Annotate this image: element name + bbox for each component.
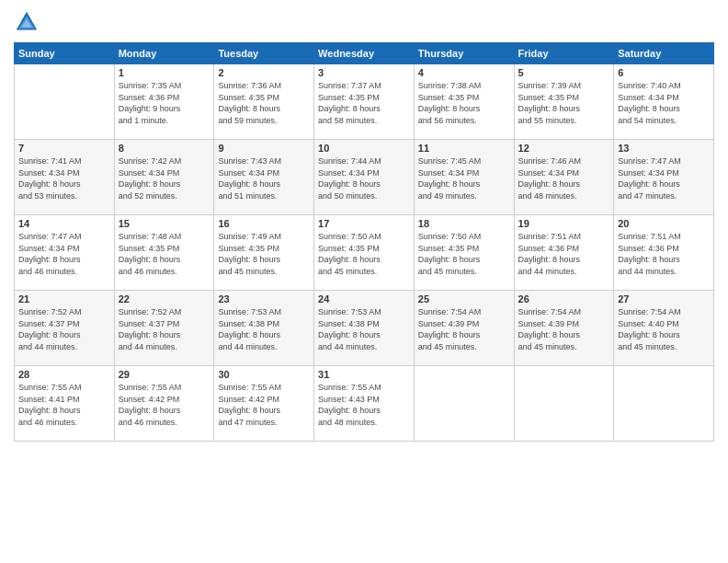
day-number: 11 [418,143,510,154]
day-detail: Sunrise: 7:47 AM Sunset: 4:34 PM Dayligh… [18,231,110,277]
header [14,9,714,35]
calendar-cell-w3-d2: 15Sunrise: 7:48 AM Sunset: 4:35 PM Dayli… [114,215,214,291]
day-number: 18 [418,218,510,229]
day-detail: Sunrise: 7:54 AM Sunset: 4:40 PM Dayligh… [618,306,710,352]
day-number: 24 [318,293,410,304]
day-number: 29 [119,369,210,380]
day-detail: Sunrise: 7:52 AM Sunset: 4:37 PM Dayligh… [18,306,110,352]
day-detail: Sunrise: 7:35 AM Sunset: 4:36 PM Dayligh… [119,80,210,126]
day-number: 12 [518,143,610,154]
day-detail: Sunrise: 7:52 AM Sunset: 4:37 PM Dayligh… [119,306,210,352]
day-detail: Sunrise: 7:51 AM Sunset: 4:36 PM Dayligh… [518,231,610,277]
calendar-cell-w2-d3: 9Sunrise: 7:43 AM Sunset: 4:34 PM Daylig… [214,140,314,215]
week-row-1: 1Sunrise: 7:35 AM Sunset: 4:36 PM Daylig… [15,64,714,140]
calendar-cell-w2-d4: 10Sunrise: 7:44 AM Sunset: 4:34 PM Dayli… [314,140,415,215]
calendar-cell-w2-d1: 7Sunrise: 7:41 AM Sunset: 4:34 PM Daylig… [15,140,115,215]
day-number: 23 [218,293,310,304]
day-detail: Sunrise: 7:45 AM Sunset: 4:34 PM Dayligh… [418,155,510,201]
day-detail: Sunrise: 7:54 AM Sunset: 4:39 PM Dayligh… [518,306,610,352]
day-detail: Sunrise: 7:39 AM Sunset: 4:35 PM Dayligh… [518,80,610,126]
logo-icon [14,9,40,35]
day-number: 3 [318,67,410,78]
day-number: 27 [618,293,710,304]
day-detail: Sunrise: 7:48 AM Sunset: 4:35 PM Dayligh… [119,231,210,277]
day-detail: Sunrise: 7:54 AM Sunset: 4:39 PM Dayligh… [418,306,510,352]
day-number: 15 [119,218,210,229]
day-detail: Sunrise: 7:49 AM Sunset: 4:35 PM Dayligh… [218,231,310,277]
col-monday: Monday [114,43,214,64]
logo [14,9,43,35]
day-number: 10 [318,143,410,154]
day-detail: Sunrise: 7:40 AM Sunset: 4:34 PM Dayligh… [618,80,710,126]
calendar-cell-w1-d6: 5Sunrise: 7:39 AM Sunset: 4:35 PM Daylig… [514,64,614,140]
calendar-cell-w3-d4: 17Sunrise: 7:50 AM Sunset: 4:35 PM Dayli… [314,215,415,291]
calendar-cell-w1-d1 [15,64,115,140]
day-detail: Sunrise: 7:55 AM Sunset: 4:42 PM Dayligh… [218,382,310,428]
page: Sunday Monday Tuesday Wednesday Thursday… [0,0,728,563]
calendar-cell-w1-d3: 2Sunrise: 7:36 AM Sunset: 4:35 PM Daylig… [214,64,314,140]
day-number: 19 [518,218,610,229]
week-row-5: 28Sunrise: 7:55 AM Sunset: 4:41 PM Dayli… [15,366,714,442]
day-detail: Sunrise: 7:43 AM Sunset: 4:34 PM Dayligh… [218,155,310,201]
col-sunday: Sunday [15,43,115,64]
day-number: 31 [318,369,410,380]
calendar-cell-w5-d1: 28Sunrise: 7:55 AM Sunset: 4:41 PM Dayli… [15,366,115,442]
calendar-header-row: Sunday Monday Tuesday Wednesday Thursday… [15,43,714,64]
calendar-cell-w4-d4: 24Sunrise: 7:53 AM Sunset: 4:38 PM Dayli… [314,291,415,366]
week-row-3: 14Sunrise: 7:47 AM Sunset: 4:34 PM Dayli… [15,215,714,291]
calendar-cell-w1-d4: 3Sunrise: 7:37 AM Sunset: 4:35 PM Daylig… [314,64,415,140]
calendar-cell-w3-d5: 18Sunrise: 7:50 AM Sunset: 4:35 PM Dayli… [414,215,514,291]
calendar-table: Sunday Monday Tuesday Wednesday Thursday… [14,42,714,442]
day-detail: Sunrise: 7:44 AM Sunset: 4:34 PM Dayligh… [318,155,410,201]
calendar-cell-w3-d1: 14Sunrise: 7:47 AM Sunset: 4:34 PM Dayli… [15,215,115,291]
day-number: 21 [18,293,110,304]
calendar-cell-w1-d2: 1Sunrise: 7:35 AM Sunset: 4:36 PM Daylig… [114,64,214,140]
col-wednesday: Wednesday [314,43,415,64]
day-number: 14 [18,218,110,229]
calendar-cell-w3-d7: 20Sunrise: 7:51 AM Sunset: 4:36 PM Dayli… [614,215,714,291]
day-number: 5 [518,67,610,78]
week-row-2: 7Sunrise: 7:41 AM Sunset: 4:34 PM Daylig… [15,140,714,215]
calendar-cell-w5-d3: 30Sunrise: 7:55 AM Sunset: 4:42 PM Dayli… [214,366,314,442]
day-detail: Sunrise: 7:50 AM Sunset: 4:35 PM Dayligh… [418,231,510,277]
day-detail: Sunrise: 7:55 AM Sunset: 4:41 PM Dayligh… [18,382,110,428]
day-number: 8 [119,143,210,154]
day-number: 13 [618,143,710,154]
day-detail: Sunrise: 7:37 AM Sunset: 4:35 PM Dayligh… [318,80,410,126]
day-number: 22 [119,293,210,304]
day-number: 16 [218,218,310,229]
week-row-4: 21Sunrise: 7:52 AM Sunset: 4:37 PM Dayli… [15,291,714,366]
col-tuesday: Tuesday [214,43,314,64]
calendar-cell-w4-d7: 27Sunrise: 7:54 AM Sunset: 4:40 PM Dayli… [614,291,714,366]
day-detail: Sunrise: 7:36 AM Sunset: 4:35 PM Dayligh… [218,80,310,126]
day-number: 9 [218,143,310,154]
calendar-cell-w4-d6: 26Sunrise: 7:54 AM Sunset: 4:39 PM Dayli… [514,291,614,366]
day-detail: Sunrise: 7:55 AM Sunset: 4:43 PM Dayligh… [318,382,410,428]
calendar-cell-w4-d5: 25Sunrise: 7:54 AM Sunset: 4:39 PM Dayli… [414,291,514,366]
day-detail: Sunrise: 7:55 AM Sunset: 4:42 PM Dayligh… [119,382,210,428]
col-friday: Friday [514,43,614,64]
calendar-cell-w5-d5 [414,366,514,442]
calendar-cell-w3-d6: 19Sunrise: 7:51 AM Sunset: 4:36 PM Dayli… [514,215,614,291]
calendar-cell-w1-d5: 4Sunrise: 7:38 AM Sunset: 4:35 PM Daylig… [414,64,514,140]
day-detail: Sunrise: 7:46 AM Sunset: 4:34 PM Dayligh… [518,155,610,201]
calendar-cell-w5-d4: 31Sunrise: 7:55 AM Sunset: 4:43 PM Dayli… [314,366,415,442]
day-number: 7 [18,143,110,154]
calendar-cell-w4-d2: 22Sunrise: 7:52 AM Sunset: 4:37 PM Dayli… [114,291,214,366]
day-number: 28 [18,369,110,380]
col-thursday: Thursday [414,43,514,64]
calendar-cell-w5-d2: 29Sunrise: 7:55 AM Sunset: 4:42 PM Dayli… [114,366,214,442]
calendar-cell-w5-d7 [614,366,714,442]
calendar-cell-w2-d7: 13Sunrise: 7:47 AM Sunset: 4:34 PM Dayli… [614,140,714,215]
day-detail: Sunrise: 7:38 AM Sunset: 4:35 PM Dayligh… [418,80,510,126]
day-number: 2 [218,67,310,78]
calendar-cell-w3-d3: 16Sunrise: 7:49 AM Sunset: 4:35 PM Dayli… [214,215,314,291]
calendar-cell-w1-d7: 6Sunrise: 7:40 AM Sunset: 4:34 PM Daylig… [614,64,714,140]
day-detail: Sunrise: 7:53 AM Sunset: 4:38 PM Dayligh… [218,306,310,352]
day-number: 26 [518,293,610,304]
day-number: 25 [418,293,510,304]
day-detail: Sunrise: 7:51 AM Sunset: 4:36 PM Dayligh… [618,231,710,277]
day-detail: Sunrise: 7:42 AM Sunset: 4:34 PM Dayligh… [119,155,210,201]
calendar-cell-w2-d2: 8Sunrise: 7:42 AM Sunset: 4:34 PM Daylig… [114,140,214,215]
day-number: 1 [119,67,210,78]
